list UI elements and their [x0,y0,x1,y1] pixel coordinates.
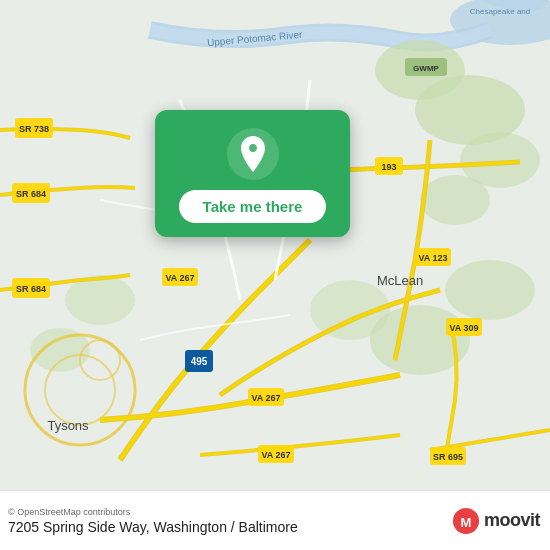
svg-text:GWMP: GWMP [413,64,439,73]
svg-text:McLean: McLean [377,273,423,288]
location-card: Take me there [155,110,350,237]
location-pin-icon [227,128,279,180]
svg-text:SR 684: SR 684 [16,284,46,294]
svg-text:Tysons: Tysons [47,418,89,433]
svg-point-5 [420,175,490,225]
bottom-left: © OpenStreetMap contributors 7205 Spring… [8,507,298,535]
svg-text:SR 684: SR 684 [16,189,46,199]
moovit-logo: M moovit [452,507,540,535]
moovit-wordmark: moovit [484,510,540,531]
take-me-there-button[interactable]: Take me there [179,190,327,223]
svg-text:SR 738: SR 738 [19,124,49,134]
svg-text:SR 695: SR 695 [433,452,463,462]
attribution: © OpenStreetMap contributors [8,507,298,517]
svg-text:M: M [461,514,472,529]
moovit-icon: M [452,507,480,535]
bottom-bar: © OpenStreetMap contributors 7205 Spring… [0,490,550,550]
map-background: SR 738 SR 684 SR 684 193 VA 123 VA 267 V… [0,0,550,490]
svg-point-8 [445,260,535,320]
svg-text:VA 267: VA 267 [251,393,280,403]
address-text: 7205 Spring Side Way, Washington / Balti… [8,519,298,535]
svg-rect-0 [0,0,550,490]
svg-text:VA 309: VA 309 [449,323,478,333]
svg-text:495: 495 [191,356,208,367]
svg-text:VA 267: VA 267 [261,450,290,460]
map-container: SR 738 SR 684 SR 684 193 VA 123 VA 267 V… [0,0,550,490]
svg-text:VA 267: VA 267 [165,273,194,283]
svg-text:VA 123: VA 123 [418,253,447,263]
svg-text:193: 193 [381,162,396,172]
svg-text:Chesapeake and: Chesapeake and [470,7,531,16]
